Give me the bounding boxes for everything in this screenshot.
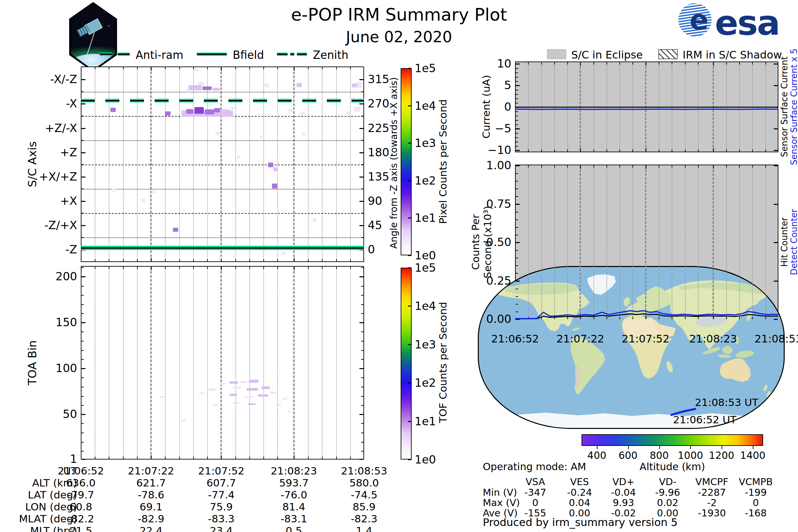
x-tick	[249, 259, 250, 261]
sc-axis-category-label: -X	[31, 97, 77, 110]
y-tick-minor	[361, 164, 363, 165]
gridline-minor	[109, 267, 109, 458]
angle-tick-label: 90	[368, 194, 382, 208]
tof-heat-cell	[233, 402, 240, 404]
alt-tick	[628, 446, 629, 449]
gridline-minor	[179, 267, 180, 458]
track-end-time-label: 21:08:53 UT	[695, 396, 758, 408]
tof-heat-cell	[208, 388, 216, 391]
y-tick	[81, 152, 86, 153]
heat-cell	[273, 167, 278, 171]
heat-cell	[220, 109, 229, 114]
x-tick	[263, 259, 264, 261]
tof-counts-colorbar	[401, 268, 412, 459]
gridline-minor	[123, 68, 124, 261]
sc-axis-category-label: +X/+Z	[31, 170, 77, 183]
gridline-major	[221, 68, 222, 261]
x-tick	[221, 455, 222, 459]
x-tick	[277, 267, 278, 269]
y-tick	[81, 128, 86, 129]
y-tick-minor	[81, 433, 84, 433]
y-tick-minor	[81, 164, 84, 165]
x-tick	[109, 67, 109, 70]
y-tick	[359, 128, 363, 129]
x-tick	[207, 67, 208, 70]
x-tick	[179, 457, 180, 459]
heat-cell	[237, 155, 241, 158]
cb-tick	[408, 217, 411, 218]
heat-cell	[346, 111, 350, 115]
x-tick	[308, 259, 308, 261]
heat-cell	[268, 163, 273, 168]
tof-colorbar-tick: 1e2	[415, 376, 436, 390]
y-tick-minor	[81, 387, 84, 387]
ephemeris-value: -77.4	[191, 489, 251, 501]
eclipse-swatch-icon	[547, 49, 566, 59]
tof-heat-cell	[247, 388, 258, 391]
esa-wordmark: esa	[715, 3, 779, 43]
current-tick-label: 0	[481, 100, 511, 113]
legend-shadow-label: IRM in S/C Shadow	[683, 49, 782, 61]
ephemeris-value: 593.7	[264, 477, 324, 489]
y-tick-minor	[81, 405, 84, 406]
heat-cell	[194, 107, 204, 113]
heat-cell	[300, 112, 305, 115]
cb-tick	[408, 106, 411, 107]
y-tick-minor	[361, 140, 363, 141]
x-tick	[193, 457, 194, 459]
y-tick-minor	[361, 423, 363, 424]
gridline-minor	[249, 267, 250, 458]
tof-heat-cell	[270, 392, 277, 394]
gridline-minor	[322, 68, 323, 261]
y-tick	[359, 201, 363, 202]
x-tick	[336, 267, 337, 269]
category-separator-dotted	[82, 238, 363, 238]
legend-zenith-label: Zenith	[313, 49, 348, 61]
y-tick-minor	[361, 286, 363, 287]
angle-tick-label: 315	[368, 73, 390, 86]
pixel-colorbar-tick: 1e0	[415, 249, 436, 262]
anti-ram-line-core	[100, 54, 130, 55]
y-tick-minor	[81, 368, 84, 369]
y-tick	[359, 152, 363, 153]
y-tick	[81, 225, 86, 226]
tof-heat-cell	[229, 381, 238, 384]
y-tick-minor	[81, 189, 84, 189]
sc-axis-category-label: +X	[31, 194, 77, 208]
cb-tick	[408, 382, 411, 383]
angle-tick-label: 135	[368, 170, 390, 183]
cb-tick	[408, 306, 411, 307]
angle-tick-label: 45	[368, 218, 382, 232]
pixel-colorbar-label: Pixel Counts per Second	[437, 99, 449, 224]
heat-cell	[173, 228, 178, 231]
ephemeris-value: 21:08:53	[334, 465, 394, 477]
y-tick-minor	[361, 414, 363, 415]
pixel-counts-colorbar	[401, 68, 412, 255]
x-tick	[221, 67, 222, 71]
heat-cell	[281, 252, 286, 255]
counter-tick-label: 0.75	[481, 197, 511, 210]
y-tick-minor	[81, 331, 84, 332]
x-tick	[193, 267, 194, 269]
gridline-minor	[95, 267, 95, 458]
tof-heat-cell	[261, 386, 270, 389]
category-separator-dotted	[82, 189, 363, 190]
right-xtick-label: 21:08:23	[682, 332, 745, 345]
heat-cell	[289, 109, 292, 112]
y-tick-minor	[361, 405, 363, 406]
x-tick	[336, 259, 337, 261]
x-tick	[137, 457, 138, 459]
x-tick	[123, 67, 124, 70]
y-tick-minor	[81, 313, 84, 314]
x-tick	[263, 267, 264, 269]
x-tick	[235, 267, 236, 269]
x-tick	[235, 259, 236, 261]
y-tick-minor	[81, 277, 84, 277]
tof-heat-cell	[276, 404, 281, 406]
tof-colorbar-tick: 1e5	[415, 261, 436, 274]
pixel-colorbar-tick: 1e4	[415, 99, 436, 112]
angle-tick-label: 180	[368, 146, 390, 159]
sensor-current-x5-label: Sensor Surface Current x 5	[789, 49, 798, 165]
toa-tick-label: 1	[41, 452, 77, 466]
ephemeris-value: -82.3	[334, 513, 394, 525]
